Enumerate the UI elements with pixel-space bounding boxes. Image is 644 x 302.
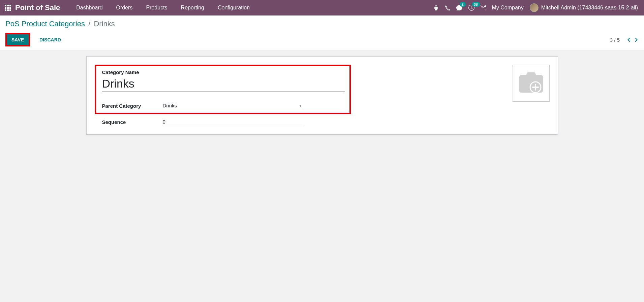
form-highlight: Category Name Parent Category ▼	[95, 65, 351, 114]
form-sheet: Category Name Parent Category ▼ Sequence	[86, 56, 558, 135]
top-navbar: Point of Sale Dashboard Orders Products …	[0, 0, 644, 15]
company-switcher[interactable]: My Company	[492, 5, 524, 11]
discard-button[interactable]: DISCARD	[35, 34, 66, 45]
menu-dashboard[interactable]: Dashboard	[69, 0, 109, 15]
user-name: Mitchell Admin (17433446-saas-15-2-all)	[541, 5, 638, 11]
main-menu: Dashboard Orders Products Reporting Conf…	[69, 0, 256, 15]
chevron-right-icon	[634, 37, 639, 42]
sequence-label: Sequence	[102, 119, 163, 125]
breadcrumb: PoS Product Categories / Drinks	[5, 20, 639, 28]
control-panel: PoS Product Categories / Drinks SAVE DIS…	[0, 15, 644, 51]
menu-orders[interactable]: Orders	[110, 0, 140, 15]
menu-products[interactable]: Products	[139, 0, 174, 15]
image-upload[interactable]	[513, 65, 550, 102]
sequence-input[interactable]	[163, 118, 304, 126]
bug-icon[interactable]	[433, 5, 439, 10]
camera-plus-icon	[518, 72, 544, 94]
messages-badge: 2	[460, 2, 466, 7]
user-menu[interactable]: Mitchell Admin (17433446-saas-15-2-all)	[530, 3, 638, 12]
activities-icon[interactable]: 38	[468, 5, 474, 11]
pager-prev[interactable]	[626, 36, 631, 44]
save-highlight: SAVE	[5, 33, 30, 46]
activities-badge: 38	[472, 2, 480, 7]
pager-value[interactable]: 3 / 5	[610, 37, 620, 43]
category-name-input[interactable]	[102, 76, 345, 92]
parent-category-input[interactable]	[163, 101, 304, 110]
save-button[interactable]: SAVE	[7, 34, 29, 45]
menu-reporting[interactable]: Reporting	[174, 0, 211, 15]
chevron-left-icon	[626, 37, 631, 42]
apps-icon[interactable]	[5, 5, 11, 11]
messages-icon[interactable]: 2	[456, 5, 462, 11]
tools-icon[interactable]	[481, 5, 486, 10]
category-name-label: Category Name	[102, 69, 343, 75]
nav-right: 2 38 My Company Mitchell Admin (17433446…	[433, 3, 642, 12]
app-title[interactable]: Point of Sale	[15, 3, 60, 12]
breadcrumb-separator: /	[88, 20, 90, 28]
breadcrumb-current: Drinks	[94, 20, 115, 28]
breadcrumb-parent[interactable]: PoS Product Categories	[5, 20, 85, 28]
form-background: Category Name Parent Category ▼ Sequence	[0, 51, 644, 143]
parent-category-label: Parent Category	[102, 103, 163, 109]
phone-icon[interactable]	[445, 5, 450, 10]
avatar	[530, 3, 539, 12]
pager-next[interactable]	[634, 36, 639, 44]
menu-configuration[interactable]: Configuration	[211, 0, 256, 15]
